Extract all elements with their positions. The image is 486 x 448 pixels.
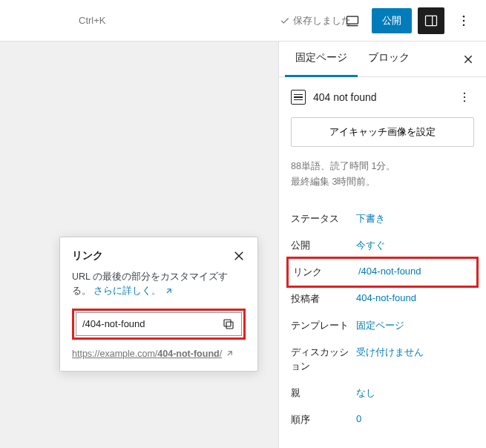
top-toolbar: Ctrl+K 保存しました 公開 [0, 0, 486, 42]
external-link-icon [164, 286, 174, 296]
slug-value: /404-not-found [82, 318, 217, 329]
svg-rect-2 [426, 16, 437, 25]
more-options-button[interactable] [450, 7, 477, 34]
sidebar-tabs: 固定ページ ブロック [279, 42, 486, 77]
row-order[interactable]: 順序 0 [291, 406, 474, 433]
close-button[interactable] [232, 249, 246, 263]
popover-description: URL の最後の部分をカスタマイズする。 さらに詳しく。 [72, 270, 246, 298]
tab-page[interactable]: 固定ページ [285, 42, 358, 77]
tab-block[interactable]: ブロック [358, 42, 420, 77]
settings-toggle-button[interactable] [418, 7, 444, 34]
svg-point-15 [464, 100, 465, 102]
permalink-link[interactable]: https://example.com/404-not-found/ [72, 349, 222, 359]
settings-sidebar: 固定ページ ブロック 404 not found アイキャッチ画像を設定 88単… [278, 42, 486, 448]
popover-title: リンク [72, 249, 103, 263]
slug-input[interactable]: /404-not-found [76, 312, 242, 336]
row-discussion[interactable]: ディスカッション 受け付けません [291, 339, 474, 379]
set-featured-image-button[interactable]: アイキャッチ画像を設定 [291, 117, 474, 147]
slug-field-highlight: /404-not-found [72, 309, 246, 340]
svg-point-5 [463, 19, 465, 22]
svg-point-13 [464, 93, 465, 94]
row-publish[interactable]: 公開 今すぐ [291, 232, 474, 259]
page-stats: 88単語、読了時間 1分。 最終編集 3時間前。 [279, 159, 486, 201]
sidebar-icon [424, 13, 439, 28]
kebab-icon [456, 13, 471, 28]
page-summary-rows: ステータス 下書き 公開 今すぐ リンク /404-not-found 投稿者 … [279, 201, 486, 438]
link-popover: リンク URL の最後の部分をカスタマイズする。 さらに詳しく。 /404-no… [59, 237, 258, 372]
close-icon [462, 53, 474, 65]
kebab-icon [458, 90, 471, 104]
learn-more-link[interactable]: さらに詳しく。 [93, 286, 173, 296]
close-sidebar-button[interactable] [459, 50, 477, 68]
svg-rect-10 [224, 320, 231, 326]
svg-point-14 [464, 96, 465, 98]
row-status[interactable]: ステータス 下書き [291, 205, 474, 232]
row-parent[interactable]: 親 なし [291, 380, 474, 406]
check-icon [280, 16, 290, 26]
keyboard-shortcut-hint: Ctrl+K [79, 15, 105, 26]
page-icon [291, 90, 306, 105]
permalink-preview: https://example.com/404-not-found/ [72, 349, 246, 359]
publish-button[interactable]: 公開 [372, 8, 412, 33]
page-title: 404 not found [313, 91, 447, 103]
top-right-actions: 公開 [339, 7, 477, 34]
svg-rect-0 [347, 16, 358, 24]
page-actions-button[interactable] [455, 88, 474, 107]
desktop-icon [345, 13, 360, 28]
preview-button[interactable] [339, 7, 366, 34]
row-template[interactable]: テンプレート 固定ページ [291, 312, 474, 339]
row-link[interactable]: リンク /404-not-found [286, 257, 479, 288]
close-icon [232, 249, 246, 263]
row-author[interactable]: 投稿者 404-not-found [291, 286, 474, 312]
panel-header: 404 not found [279, 77, 486, 117]
svg-rect-9 [226, 322, 233, 329]
svg-point-4 [463, 15, 465, 17]
svg-point-6 [463, 24, 465, 26]
copy-icon[interactable] [222, 317, 235, 331]
external-link-icon [225, 349, 234, 358]
